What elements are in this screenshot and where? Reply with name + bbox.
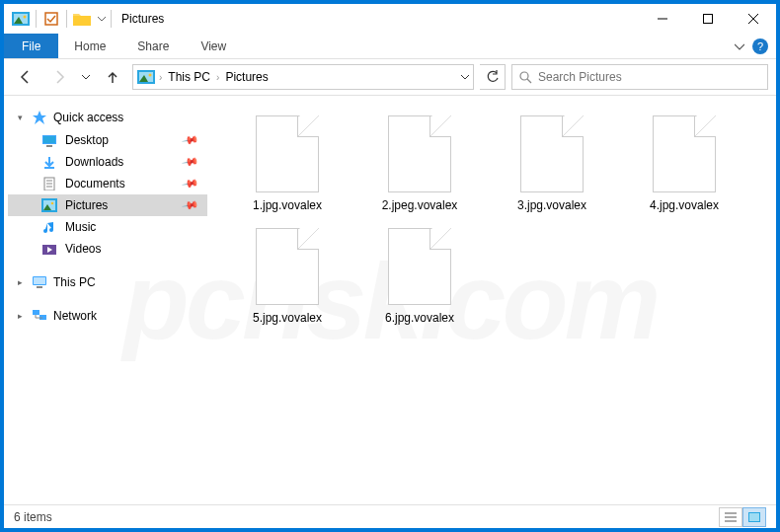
sidebar-this-pc[interactable]: ▸ This PC	[8, 271, 207, 293]
qat-properties-icon[interactable]	[40, 8, 62, 30]
qat-newfolder-icon[interactable]	[71, 8, 93, 30]
pin-icon: 📌	[182, 153, 200, 172]
window-title: Pictures	[121, 12, 164, 26]
file-item[interactable]: 4.jpg.vovalex	[620, 112, 748, 216]
window-controls	[640, 4, 776, 34]
minimize-button[interactable]	[640, 4, 685, 34]
sidebar-network[interactable]: ▸ Network	[8, 305, 207, 327]
details-view-button[interactable]	[719, 507, 742, 527]
svg-rect-7	[704, 15, 713, 24]
file-item[interactable]: 2.jpeg.vovalex	[355, 112, 484, 216]
search-box[interactable]	[511, 64, 768, 90]
chevron-right-icon[interactable]: ›	[216, 72, 219, 83]
content-area: pcrisk.com ▾ Quick access Desktop📌Downlo…	[4, 95, 776, 504]
file-grid[interactable]: 1.jpg.vovalex2.jpeg.vovalex3.jpg.vovalex…	[211, 96, 776, 504]
svg-point-28	[51, 202, 54, 205]
file-name: 2.jpeg.vovalex	[382, 198, 458, 212]
breadcrumb-dropdown-icon[interactable]	[461, 73, 469, 81]
svg-point-13	[149, 74, 152, 77]
pictures-icon	[137, 70, 155, 84]
documents-icon	[41, 177, 57, 190]
file-item[interactable]: 1.jpg.vovalex	[223, 112, 351, 216]
sidebar-item-music[interactable]: Music	[8, 216, 207, 238]
sidebar-quick-access[interactable]: ▾ Quick access	[8, 106, 207, 129]
up-button[interactable]	[99, 63, 126, 91]
sidebar-item-label: Downloads	[65, 155, 123, 169]
caret-right-icon: ▸	[18, 277, 26, 287]
svg-rect-4	[45, 13, 57, 25]
file-name: 1.jpg.vovalex	[253, 198, 322, 212]
file-name: 4.jpg.vovalex	[650, 198, 719, 212]
svg-marker-16	[33, 111, 46, 124]
desktop-icon	[41, 133, 57, 147]
ribbon: File Home Share View ?	[4, 34, 776, 59]
breadcrumb-pictures[interactable]: Pictures	[223, 70, 270, 84]
videos-icon	[41, 242, 57, 256]
navbar: › This PC › Pictures	[4, 59, 776, 95]
file-item[interactable]: 6.jpg.vovalex	[355, 224, 484, 329]
svg-rect-42	[749, 513, 759, 521]
tab-home[interactable]: Home	[58, 34, 121, 58]
sidebar-item-desktop[interactable]: Desktop📌	[8, 129, 207, 151]
explorer-window: Pictures File Home Share View ? › This P…	[4, 4, 776, 528]
item-count: 6 items	[14, 510, 52, 524]
sidebar-item-label: Videos	[65, 242, 101, 256]
pin-icon: 📌	[182, 175, 200, 193]
breadcrumb-this-pc[interactable]: This PC	[166, 70, 212, 84]
pc-icon	[32, 275, 47, 289]
file-icon	[388, 228, 451, 305]
file-name: 5.jpg.vovalex	[253, 311, 322, 325]
network-icon	[32, 309, 47, 323]
icons-view-button[interactable]	[742, 507, 766, 527]
tab-view[interactable]: View	[185, 34, 242, 58]
svg-rect-32	[34, 277, 45, 284]
file-item[interactable]: 3.jpg.vovalex	[488, 112, 616, 216]
sidebar-item-pictures[interactable]: Pictures📌	[8, 194, 207, 216]
ribbon-expand-icon[interactable]	[735, 41, 744, 51]
svg-rect-18	[43, 136, 55, 143]
svg-rect-19	[46, 145, 52, 147]
sidebar-item-downloads[interactable]: Downloads📌	[8, 151, 207, 173]
sidebar-item-label: Documents	[65, 177, 125, 190]
qat-dropdown-icon[interactable]	[95, 8, 109, 30]
titlebar: Pictures	[4, 4, 776, 34]
search-input[interactable]	[538, 70, 761, 84]
forward-button[interactable]	[45, 63, 73, 91]
qat	[4, 8, 109, 30]
sidebar-item-label: Music	[65, 220, 96, 234]
refresh-button[interactable]	[480, 64, 506, 90]
recent-locations-button[interactable]	[79, 63, 93, 91]
file-name: 6.jpg.vovalex	[385, 311, 454, 325]
close-button[interactable]	[731, 4, 776, 34]
pin-icon: 📌	[182, 196, 200, 215]
pictures-icon	[41, 198, 57, 212]
sidebar-item-documents[interactable]: Documents📌	[8, 173, 207, 194]
nav-pane: ▾ Quick access Desktop📌Downloads📌Documen…	[4, 96, 211, 504]
back-button[interactable]	[12, 63, 39, 91]
file-icon	[388, 115, 451, 192]
file-icon	[520, 115, 584, 192]
svg-rect-5	[73, 16, 91, 26]
view-toggle	[719, 507, 766, 527]
star-icon	[32, 110, 47, 125]
sidebar-item-label: Pictures	[65, 198, 108, 212]
tab-share[interactable]: Share	[121, 34, 185, 58]
file-icon	[256, 115, 319, 192]
caret-down-icon: ▾	[18, 113, 26, 122]
pictures-folder-icon	[10, 8, 32, 30]
sidebar-item-videos[interactable]: Videos	[8, 238, 207, 260]
music-icon	[41, 220, 57, 234]
help-icon[interactable]: ?	[752, 38, 768, 54]
breadcrumb[interactable]: › This PC › Pictures	[132, 64, 474, 90]
pin-icon: 📌	[182, 131, 200, 150]
search-icon	[518, 70, 532, 84]
chevron-right-icon[interactable]: ›	[159, 72, 162, 83]
file-item[interactable]: 5.jpg.vovalex	[223, 224, 351, 329]
maximize-button[interactable]	[685, 4, 731, 34]
sidebar-item-label: Desktop	[65, 133, 109, 147]
file-tab[interactable]: File	[4, 34, 58, 58]
svg-rect-33	[37, 286, 42, 288]
file-name: 3.jpg.vovalex	[517, 198, 586, 212]
caret-right-icon: ▸	[18, 311, 26, 321]
svg-point-14	[520, 72, 528, 80]
